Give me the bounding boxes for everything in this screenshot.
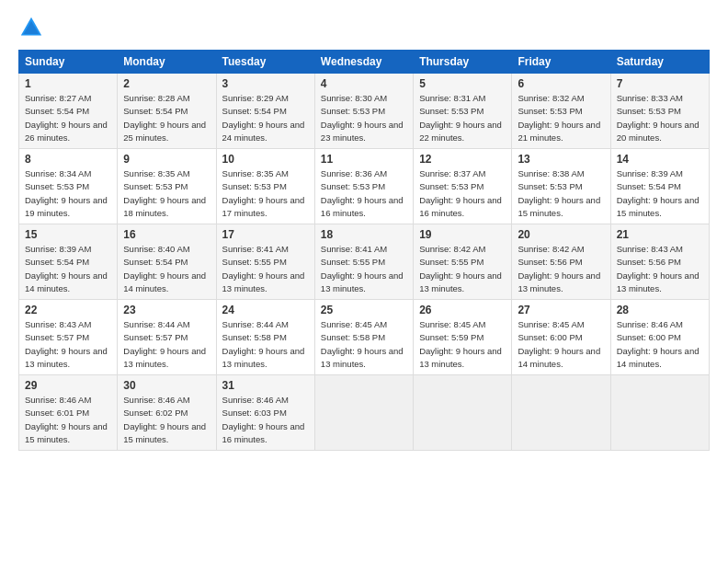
calendar-cell: 7Sunrise: 8:33 AMSunset: 5:53 PMDaylight… (610, 74, 709, 149)
day-info: Sunrise: 8:46 AMSunset: 6:03 PMDaylight:… (222, 394, 309, 446)
day-info: Sunrise: 8:27 AMSunset: 5:54 PMDaylight:… (25, 92, 111, 144)
calendar-cell: 25Sunrise: 8:45 AMSunset: 5:58 PMDayligh… (314, 300, 413, 375)
calendar-cell: 17Sunrise: 8:41 AMSunset: 5:55 PMDayligh… (216, 224, 314, 300)
calendar-cell: 24Sunrise: 8:44 AMSunset: 5:58 PMDayligh… (216, 300, 314, 375)
weekday-header: Sunday (19, 51, 118, 74)
weekday-header: Friday (512, 51, 610, 74)
day-number: 5 (419, 77, 506, 90)
day-info: Sunrise: 8:45 AMSunset: 5:58 PMDaylight:… (321, 318, 407, 371)
day-info: Sunrise: 8:39 AMSunset: 5:54 PMDaylight:… (617, 167, 703, 220)
calendar-week-row: 29Sunrise: 8:46 AMSunset: 6:01 PMDayligh… (19, 375, 710, 451)
calendar-cell: 9Sunrise: 8:35 AMSunset: 5:53 PMDaylight… (118, 149, 216, 224)
day-number: 30 (123, 379, 210, 392)
day-number: 2 (123, 77, 210, 90)
day-number: 20 (518, 228, 604, 241)
calendar-week-row: 8Sunrise: 8:34 AMSunset: 5:53 PMDaylight… (19, 149, 710, 224)
day-number: 25 (321, 304, 407, 316)
day-info: Sunrise: 8:30 AMSunset: 5:53 PMDaylight:… (321, 92, 407, 144)
calendar-cell: 21Sunrise: 8:43 AMSunset: 5:56 PMDayligh… (610, 224, 709, 300)
calendar-week-row: 1Sunrise: 8:27 AMSunset: 5:54 PMDaylight… (19, 74, 710, 149)
calendar-cell: 28Sunrise: 8:46 AMSunset: 6:00 PMDayligh… (610, 300, 709, 375)
weekday-header: Monday (118, 51, 216, 74)
day-number: 1 (25, 77, 111, 90)
day-number: 3 (222, 77, 309, 90)
calendar-week-row: 22Sunrise: 8:43 AMSunset: 5:57 PMDayligh… (19, 300, 710, 375)
calendar-cell: 29Sunrise: 8:46 AMSunset: 6:01 PMDayligh… (19, 375, 118, 451)
day-info: Sunrise: 8:31 AMSunset: 5:53 PMDaylight:… (419, 92, 506, 144)
day-number: 6 (518, 77, 604, 90)
calendar-cell: 16Sunrise: 8:40 AMSunset: 5:54 PMDayligh… (118, 224, 216, 300)
day-number: 12 (419, 153, 506, 166)
calendar-cell: 2Sunrise: 8:28 AMSunset: 5:54 PMDaylight… (118, 74, 216, 149)
day-info: Sunrise: 8:39 AMSunset: 5:54 PMDaylight:… (25, 243, 111, 295)
calendar-cell: 22Sunrise: 8:43 AMSunset: 5:57 PMDayligh… (19, 300, 118, 375)
day-info: Sunrise: 8:28 AMSunset: 5:54 PMDaylight:… (123, 92, 210, 144)
logo-icon (18, 15, 44, 40)
calendar-cell: 6Sunrise: 8:32 AMSunset: 5:53 PMDaylight… (512, 74, 610, 149)
day-number: 27 (518, 304, 604, 316)
calendar-cell (414, 375, 512, 451)
calendar-cell: 18Sunrise: 8:41 AMSunset: 5:55 PMDayligh… (314, 224, 413, 300)
day-number: 13 (518, 153, 604, 166)
day-info: Sunrise: 8:41 AMSunset: 5:55 PMDaylight:… (321, 243, 407, 295)
day-number: 17 (222, 228, 309, 241)
day-info: Sunrise: 8:46 AMSunset: 6:01 PMDaylight:… (25, 394, 111, 446)
day-number: 8 (25, 153, 111, 166)
day-number: 22 (25, 304, 111, 316)
day-number: 21 (617, 228, 703, 241)
day-info: Sunrise: 8:42 AMSunset: 5:55 PMDaylight:… (419, 243, 506, 295)
day-number: 18 (321, 228, 407, 241)
calendar-cell: 12Sunrise: 8:37 AMSunset: 5:53 PMDayligh… (414, 149, 512, 224)
day-info: Sunrise: 8:45 AMSunset: 5:59 PMDaylight:… (419, 318, 506, 371)
day-info: Sunrise: 8:35 AMSunset: 5:53 PMDaylight:… (123, 167, 210, 220)
day-info: Sunrise: 8:44 AMSunset: 5:57 PMDaylight:… (123, 318, 210, 371)
calendar-cell: 30Sunrise: 8:46 AMSunset: 6:02 PMDayligh… (118, 375, 216, 451)
day-number: 15 (25, 228, 111, 241)
day-info: Sunrise: 8:44 AMSunset: 5:58 PMDaylight:… (222, 318, 309, 371)
calendar-week-row: 15Sunrise: 8:39 AMSunset: 5:54 PMDayligh… (19, 224, 710, 300)
day-info: Sunrise: 8:40 AMSunset: 5:54 PMDaylight:… (123, 243, 210, 295)
calendar-cell: 10Sunrise: 8:35 AMSunset: 5:53 PMDayligh… (216, 149, 314, 224)
day-info: Sunrise: 8:29 AMSunset: 5:54 PMDaylight:… (222, 92, 309, 144)
day-number: 24 (222, 304, 309, 316)
day-number: 11 (321, 153, 407, 166)
day-number: 16 (123, 228, 210, 241)
calendar-cell: 14Sunrise: 8:39 AMSunset: 5:54 PMDayligh… (610, 149, 709, 224)
day-info: Sunrise: 8:32 AMSunset: 5:53 PMDaylight:… (518, 92, 604, 144)
day-number: 7 (617, 77, 703, 90)
day-info: Sunrise: 8:34 AMSunset: 5:53 PMDaylight:… (25, 167, 111, 220)
calendar-cell (610, 375, 709, 451)
day-number: 10 (222, 153, 309, 166)
day-number: 28 (617, 304, 703, 316)
calendar-cell: 31Sunrise: 8:46 AMSunset: 6:03 PMDayligh… (216, 375, 314, 451)
day-info: Sunrise: 8:33 AMSunset: 5:53 PMDaylight:… (617, 92, 703, 144)
calendar-table: SundayMondayTuesdayWednesdayThursdayFrid… (18, 50, 710, 451)
calendar-cell: 5Sunrise: 8:31 AMSunset: 5:53 PMDaylight… (414, 74, 512, 149)
calendar-cell: 19Sunrise: 8:42 AMSunset: 5:55 PMDayligh… (414, 224, 512, 300)
calendar-cell: 11Sunrise: 8:36 AMSunset: 5:53 PMDayligh… (314, 149, 413, 224)
calendar-cell: 15Sunrise: 8:39 AMSunset: 5:54 PMDayligh… (19, 224, 118, 300)
calendar-cell: 27Sunrise: 8:45 AMSunset: 6:00 PMDayligh… (512, 300, 610, 375)
day-info: Sunrise: 8:37 AMSunset: 5:53 PMDaylight:… (419, 167, 506, 220)
day-info: Sunrise: 8:38 AMSunset: 5:53 PMDaylight:… (518, 167, 604, 220)
calendar-cell: 3Sunrise: 8:29 AMSunset: 5:54 PMDaylight… (216, 74, 314, 149)
calendar-cell: 1Sunrise: 8:27 AMSunset: 5:54 PMDaylight… (19, 74, 118, 149)
calendar-cell: 4Sunrise: 8:30 AMSunset: 5:53 PMDaylight… (314, 74, 413, 149)
header (18, 15, 710, 40)
calendar-cell: 26Sunrise: 8:45 AMSunset: 5:59 PMDayligh… (414, 300, 512, 375)
calendar-cell: 20Sunrise: 8:42 AMSunset: 5:56 PMDayligh… (512, 224, 610, 300)
day-number: 23 (123, 304, 210, 316)
day-number: 4 (321, 77, 407, 90)
day-info: Sunrise: 8:46 AMSunset: 6:00 PMDaylight:… (617, 318, 703, 371)
day-info: Sunrise: 8:46 AMSunset: 6:02 PMDaylight:… (123, 394, 210, 446)
calendar-cell: 8Sunrise: 8:34 AMSunset: 5:53 PMDaylight… (19, 149, 118, 224)
logo (18, 15, 48, 40)
day-number: 29 (25, 379, 111, 392)
calendar-cell (512, 375, 610, 451)
calendar-cell: 13Sunrise: 8:38 AMSunset: 5:53 PMDayligh… (512, 149, 610, 224)
header-row: SundayMondayTuesdayWednesdayThursdayFrid… (19, 51, 710, 74)
day-info: Sunrise: 8:36 AMSunset: 5:53 PMDaylight:… (321, 167, 407, 220)
day-info: Sunrise: 8:43 AMSunset: 5:57 PMDaylight:… (25, 318, 111, 371)
calendar-cell: 23Sunrise: 8:44 AMSunset: 5:57 PMDayligh… (118, 300, 216, 375)
day-number: 19 (419, 228, 506, 241)
